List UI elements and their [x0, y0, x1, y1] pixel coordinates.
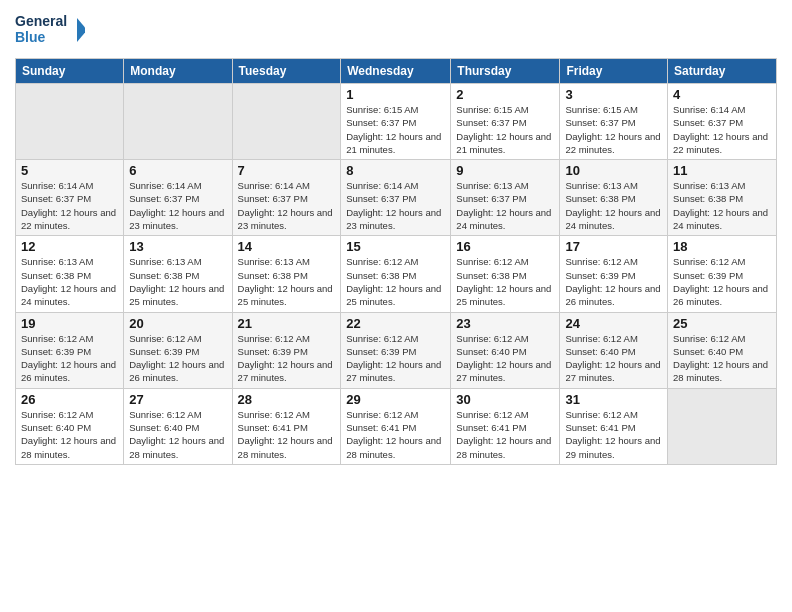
day-number: 9 — [456, 163, 554, 178]
day-info: Sunrise: 6:12 AM Sunset: 6:40 PM Dayligh… — [673, 332, 771, 385]
day-number: 29 — [346, 392, 445, 407]
day-info: Sunrise: 6:12 AM Sunset: 6:39 PM Dayligh… — [346, 332, 445, 385]
svg-text:General: General — [15, 13, 67, 29]
day-info: Sunrise: 6:12 AM Sunset: 6:41 PM Dayligh… — [346, 408, 445, 461]
calendar-week-row: 1Sunrise: 6:15 AM Sunset: 6:37 PM Daylig… — [16, 84, 777, 160]
day-info: Sunrise: 6:15 AM Sunset: 6:37 PM Dayligh… — [565, 103, 662, 156]
day-number: 7 — [238, 163, 336, 178]
day-info: Sunrise: 6:13 AM Sunset: 6:38 PM Dayligh… — [21, 255, 118, 308]
calendar-cell: 29Sunrise: 6:12 AM Sunset: 6:41 PM Dayli… — [341, 388, 451, 464]
calendar-cell: 20Sunrise: 6:12 AM Sunset: 6:39 PM Dayli… — [124, 312, 232, 388]
weekday-header: Saturday — [668, 59, 777, 84]
calendar-cell: 16Sunrise: 6:12 AM Sunset: 6:38 PM Dayli… — [451, 236, 560, 312]
calendar-cell: 23Sunrise: 6:12 AM Sunset: 6:40 PM Dayli… — [451, 312, 560, 388]
day-info: Sunrise: 6:12 AM Sunset: 6:39 PM Dayligh… — [21, 332, 118, 385]
calendar-cell: 7Sunrise: 6:14 AM Sunset: 6:37 PM Daylig… — [232, 160, 341, 236]
day-number: 22 — [346, 316, 445, 331]
day-number: 23 — [456, 316, 554, 331]
calendar-cell — [668, 388, 777, 464]
day-number: 18 — [673, 239, 771, 254]
calendar-page: General Blue SundayMondayTuesdayWednesda… — [0, 0, 792, 612]
calendar-cell: 25Sunrise: 6:12 AM Sunset: 6:40 PM Dayli… — [668, 312, 777, 388]
calendar-cell: 24Sunrise: 6:12 AM Sunset: 6:40 PM Dayli… — [560, 312, 668, 388]
weekday-header: Sunday — [16, 59, 124, 84]
day-info: Sunrise: 6:13 AM Sunset: 6:38 PM Dayligh… — [129, 255, 226, 308]
calendar-cell: 26Sunrise: 6:12 AM Sunset: 6:40 PM Dayli… — [16, 388, 124, 464]
calendar-cell: 30Sunrise: 6:12 AM Sunset: 6:41 PM Dayli… — [451, 388, 560, 464]
day-number: 30 — [456, 392, 554, 407]
day-info: Sunrise: 6:15 AM Sunset: 6:37 PM Dayligh… — [346, 103, 445, 156]
day-number: 2 — [456, 87, 554, 102]
day-number: 13 — [129, 239, 226, 254]
day-info: Sunrise: 6:13 AM Sunset: 6:38 PM Dayligh… — [238, 255, 336, 308]
calendar-cell: 1Sunrise: 6:15 AM Sunset: 6:37 PM Daylig… — [341, 84, 451, 160]
calendar-cell: 2Sunrise: 6:15 AM Sunset: 6:37 PM Daylig… — [451, 84, 560, 160]
day-info: Sunrise: 6:14 AM Sunset: 6:37 PM Dayligh… — [129, 179, 226, 232]
calendar-cell: 3Sunrise: 6:15 AM Sunset: 6:37 PM Daylig… — [560, 84, 668, 160]
calendar-cell: 11Sunrise: 6:13 AM Sunset: 6:38 PM Dayli… — [668, 160, 777, 236]
day-info: Sunrise: 6:12 AM Sunset: 6:39 PM Dayligh… — [129, 332, 226, 385]
calendar-cell: 17Sunrise: 6:12 AM Sunset: 6:39 PM Dayli… — [560, 236, 668, 312]
day-number: 27 — [129, 392, 226, 407]
day-info: Sunrise: 6:14 AM Sunset: 6:37 PM Dayligh… — [21, 179, 118, 232]
svg-marker-2 — [77, 18, 85, 42]
day-number: 4 — [673, 87, 771, 102]
day-info: Sunrise: 6:12 AM Sunset: 6:41 PM Dayligh… — [565, 408, 662, 461]
calendar-cell: 9Sunrise: 6:13 AM Sunset: 6:37 PM Daylig… — [451, 160, 560, 236]
day-info: Sunrise: 6:12 AM Sunset: 6:40 PM Dayligh… — [456, 332, 554, 385]
day-info: Sunrise: 6:14 AM Sunset: 6:37 PM Dayligh… — [673, 103, 771, 156]
calendar-cell: 8Sunrise: 6:14 AM Sunset: 6:37 PM Daylig… — [341, 160, 451, 236]
day-number: 5 — [21, 163, 118, 178]
day-number: 1 — [346, 87, 445, 102]
day-number: 17 — [565, 239, 662, 254]
calendar-cell: 15Sunrise: 6:12 AM Sunset: 6:38 PM Dayli… — [341, 236, 451, 312]
calendar-week-row: 26Sunrise: 6:12 AM Sunset: 6:40 PM Dayli… — [16, 388, 777, 464]
day-info: Sunrise: 6:12 AM Sunset: 6:39 PM Dayligh… — [565, 255, 662, 308]
calendar-cell: 31Sunrise: 6:12 AM Sunset: 6:41 PM Dayli… — [560, 388, 668, 464]
day-info: Sunrise: 6:15 AM Sunset: 6:37 PM Dayligh… — [456, 103, 554, 156]
calendar-cell: 14Sunrise: 6:13 AM Sunset: 6:38 PM Dayli… — [232, 236, 341, 312]
calendar-week-row: 5Sunrise: 6:14 AM Sunset: 6:37 PM Daylig… — [16, 160, 777, 236]
day-number: 3 — [565, 87, 662, 102]
day-info: Sunrise: 6:12 AM Sunset: 6:40 PM Dayligh… — [565, 332, 662, 385]
day-number: 24 — [565, 316, 662, 331]
day-number: 31 — [565, 392, 662, 407]
header: General Blue — [15, 10, 777, 50]
day-number: 15 — [346, 239, 445, 254]
calendar-cell: 22Sunrise: 6:12 AM Sunset: 6:39 PM Dayli… — [341, 312, 451, 388]
calendar-cell: 19Sunrise: 6:12 AM Sunset: 6:39 PM Dayli… — [16, 312, 124, 388]
calendar-cell: 12Sunrise: 6:13 AM Sunset: 6:38 PM Dayli… — [16, 236, 124, 312]
day-info: Sunrise: 6:12 AM Sunset: 6:40 PM Dayligh… — [21, 408, 118, 461]
calendar-cell: 5Sunrise: 6:14 AM Sunset: 6:37 PM Daylig… — [16, 160, 124, 236]
calendar-cell: 10Sunrise: 6:13 AM Sunset: 6:38 PM Dayli… — [560, 160, 668, 236]
day-number: 21 — [238, 316, 336, 331]
svg-text:Blue: Blue — [15, 29, 46, 45]
logo: General Blue — [15, 10, 85, 50]
calendar-table: SundayMondayTuesdayWednesdayThursdayFrid… — [15, 58, 777, 465]
day-number: 26 — [21, 392, 118, 407]
day-info: Sunrise: 6:12 AM Sunset: 6:38 PM Dayligh… — [456, 255, 554, 308]
day-number: 20 — [129, 316, 226, 331]
day-info: Sunrise: 6:12 AM Sunset: 6:41 PM Dayligh… — [456, 408, 554, 461]
calendar-week-row: 12Sunrise: 6:13 AM Sunset: 6:38 PM Dayli… — [16, 236, 777, 312]
calendar-cell: 13Sunrise: 6:13 AM Sunset: 6:38 PM Dayli… — [124, 236, 232, 312]
calendar-cell: 28Sunrise: 6:12 AM Sunset: 6:41 PM Dayli… — [232, 388, 341, 464]
day-info: Sunrise: 6:14 AM Sunset: 6:37 PM Dayligh… — [346, 179, 445, 232]
calendar-cell — [16, 84, 124, 160]
weekday-header: Friday — [560, 59, 668, 84]
weekday-header: Wednesday — [341, 59, 451, 84]
day-number: 8 — [346, 163, 445, 178]
calendar-cell — [124, 84, 232, 160]
calendar-cell — [232, 84, 341, 160]
weekday-header: Thursday — [451, 59, 560, 84]
calendar-cell: 21Sunrise: 6:12 AM Sunset: 6:39 PM Dayli… — [232, 312, 341, 388]
logo-svg: General Blue — [15, 10, 85, 50]
calendar-cell: 6Sunrise: 6:14 AM Sunset: 6:37 PM Daylig… — [124, 160, 232, 236]
day-info: Sunrise: 6:14 AM Sunset: 6:37 PM Dayligh… — [238, 179, 336, 232]
weekday-header: Monday — [124, 59, 232, 84]
day-info: Sunrise: 6:12 AM Sunset: 6:40 PM Dayligh… — [129, 408, 226, 461]
day-number: 10 — [565, 163, 662, 178]
day-info: Sunrise: 6:13 AM Sunset: 6:38 PM Dayligh… — [673, 179, 771, 232]
day-number: 16 — [456, 239, 554, 254]
calendar-cell: 18Sunrise: 6:12 AM Sunset: 6:39 PM Dayli… — [668, 236, 777, 312]
